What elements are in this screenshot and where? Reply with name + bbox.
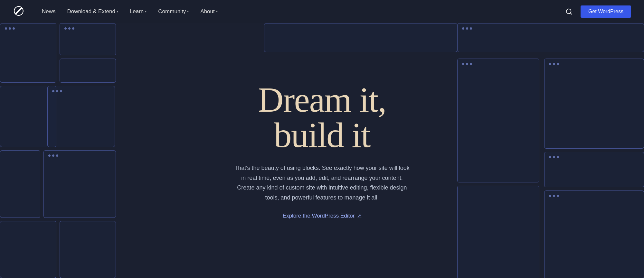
nav-item-news[interactable]: News bbox=[37, 6, 60, 17]
explore-editor-link[interactable]: Explore the WordPress Editor ↗ bbox=[283, 213, 362, 219]
svg-line-1 bbox=[570, 13, 572, 14]
hero-content: Dream it, build it That's the beauty of … bbox=[216, 82, 428, 219]
chevron-down-icon: ▾ bbox=[216, 10, 218, 13]
block-card bbox=[47, 86, 115, 147]
block-card bbox=[457, 59, 539, 182]
block-card bbox=[43, 150, 116, 218]
block-card bbox=[60, 23, 116, 55]
hero-section: Dream it, build it That's the beauty of … bbox=[0, 23, 644, 278]
nav-item-download[interactable]: Download & Extend ▾ bbox=[63, 6, 123, 17]
wordpress-logo[interactable] bbox=[13, 5, 24, 18]
chevron-down-icon: ▾ bbox=[117, 10, 118, 13]
nav-item-learn[interactable]: Learn ▾ bbox=[125, 6, 151, 17]
block-card bbox=[60, 59, 116, 83]
block-card bbox=[264, 23, 457, 52]
nav-item-community[interactable]: Community ▾ bbox=[154, 6, 193, 17]
block-card bbox=[0, 23, 56, 83]
nav-items: News Download & Extend ▾ Learn ▾ Communi… bbox=[37, 6, 563, 17]
chevron-down-icon: ▾ bbox=[145, 10, 147, 13]
block-card bbox=[457, 186, 539, 278]
block-card bbox=[544, 190, 644, 278]
decorative-blocks-right bbox=[457, 23, 644, 278]
hero-title-line1: Dream it, bbox=[216, 82, 428, 117]
chevron-down-icon: ▾ bbox=[187, 10, 189, 13]
hero-description: That's the beauty of using blocks. See e… bbox=[232, 163, 412, 202]
hero-title-line2: build it bbox=[216, 117, 428, 153]
search-button[interactable] bbox=[563, 5, 575, 18]
block-card bbox=[0, 150, 40, 218]
block-card bbox=[544, 59, 644, 149]
block-card bbox=[0, 221, 56, 278]
block-card bbox=[60, 221, 116, 278]
get-wordpress-button[interactable]: Get WordPress bbox=[581, 5, 631, 18]
block-card bbox=[544, 152, 644, 187]
block-card bbox=[457, 23, 644, 52]
decorative-blocks-left bbox=[0, 23, 119, 278]
nav-item-about[interactable]: About ▾ bbox=[196, 6, 222, 17]
external-link-icon: ↗ bbox=[357, 213, 361, 219]
navbar: News Download & Extend ▾ Learn ▾ Communi… bbox=[0, 0, 644, 23]
